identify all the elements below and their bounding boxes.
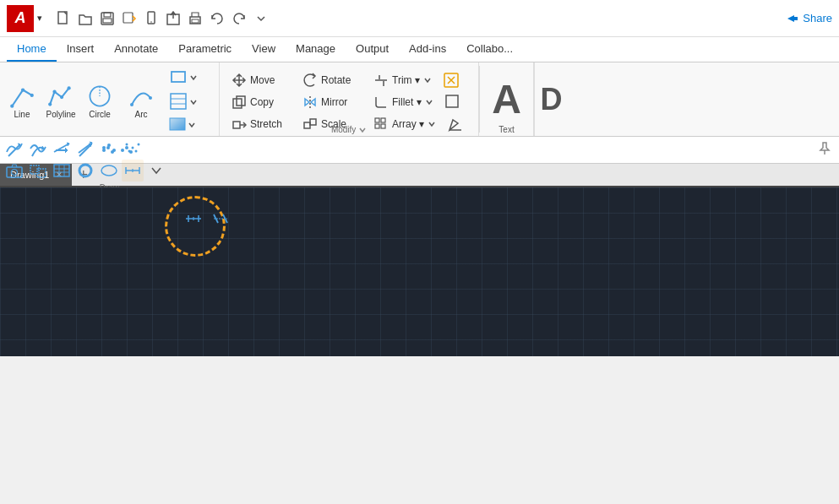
- svg-rect-42: [54, 165, 69, 176]
- open-file-icon[interactable]: [76, 9, 95, 28]
- print-icon[interactable]: [186, 9, 204, 28]
- svg-point-48: [101, 165, 117, 176]
- svg-point-18: [67, 86, 70, 89]
- svg-marker-62: [305, 99, 309, 106]
- svg-rect-38: [7, 167, 22, 177]
- line-button[interactable]: Line: [3, 81, 41, 121]
- svg-rect-4: [123, 13, 133, 23]
- svg-point-35: [138, 144, 140, 146]
- donut-button[interactable]: [74, 160, 96, 182]
- multipoint-button[interactable]: [122, 137, 144, 159]
- share-button[interactable]: Share: [786, 12, 832, 25]
- gradient-button[interactable]: [166, 115, 201, 135]
- more-tools-dropdown[interactable]: [145, 160, 167, 182]
- tab-collaborate[interactable]: Collabo...: [456, 37, 523, 62]
- camera-button[interactable]: [3, 160, 25, 182]
- dimension-icon: D: [541, 82, 563, 117]
- ray-button[interactable]: [74, 137, 96, 159]
- svg-point-33: [126, 144, 128, 146]
- svg-point-39: [12, 170, 18, 176]
- trim-extra-button[interactable]: [440, 69, 467, 91]
- xline-button[interactable]: [51, 137, 73, 159]
- tab-manage[interactable]: Manage: [286, 37, 346, 62]
- undo-icon[interactable]: [208, 9, 226, 28]
- chamfer-button[interactable]: [442, 91, 469, 113]
- svg-rect-9: [192, 19, 199, 23]
- svg-point-21: [130, 103, 133, 106]
- svg-point-13: [21, 88, 25, 91]
- svg-rect-24: [171, 94, 186, 109]
- modify-group: Move Rotate Trim ▾ Copy Mirro: [220, 62, 479, 136]
- drawing-area[interactable]: Measure Creates point objects or blocks …: [0, 187, 839, 356]
- svg-point-6: [150, 21, 152, 23]
- svg-rect-64: [446, 95, 458, 107]
- text-icon: A: [492, 79, 521, 120]
- new-file-icon[interactable]: [54, 9, 73, 28]
- app-menu-dropdown[interactable]: ▾: [37, 13, 42, 24]
- tab-home[interactable]: Home: [7, 37, 57, 62]
- svg-point-16: [52, 89, 56, 93]
- tab-output[interactable]: Output: [346, 37, 399, 62]
- svg-line-10: [12, 89, 23, 106]
- trim-button[interactable]: Trim ▾: [368, 71, 437, 89]
- svg-point-12: [10, 104, 14, 107]
- hatch-button[interactable]: [166, 90, 201, 114]
- text-group-label: Text: [498, 125, 514, 134]
- ribbon-tabs: Home Insert Annotate Parametric View Man…: [0, 37, 839, 62]
- svg-line-28: [54, 144, 69, 152]
- autocad-logo: A: [7, 5, 34, 32]
- svg-point-30: [102, 146, 106, 149]
- tab-insert[interactable]: Insert: [57, 37, 105, 62]
- arc-button[interactable]: Arc: [120, 81, 162, 121]
- svg-point-47: [79, 165, 91, 176]
- mobile-icon[interactable]: [142, 9, 161, 28]
- svg-point-36: [128, 150, 131, 153]
- save-as-icon[interactable]: [120, 9, 139, 28]
- svg-rect-59: [233, 99, 242, 108]
- redo-icon[interactable]: [230, 9, 248, 28]
- copy-button[interactable]: Copy: [226, 93, 294, 111]
- grid-overlay: [0, 187, 839, 356]
- modify-group-label: Modify: [220, 125, 478, 134]
- splinefit-button[interactable]: [27, 137, 49, 159]
- ellipse-button[interactable]: [98, 160, 120, 182]
- svg-point-14: [30, 93, 34, 96]
- ribbon-panel: Line Polyline: [0, 62, 839, 137]
- region-button[interactable]: [27, 160, 49, 182]
- spline-button[interactable]: [3, 137, 25, 159]
- svg-rect-69: [375, 118, 379, 122]
- point-button[interactable]: [98, 137, 120, 159]
- dimension-group[interactable]: D: [534, 62, 568, 136]
- svg-rect-27: [170, 118, 185, 130]
- tab-parametric[interactable]: Parametric: [168, 37, 242, 62]
- publish-icon[interactable]: [164, 9, 183, 28]
- svg-rect-3: [103, 19, 112, 23]
- svg-line-29: [79, 143, 92, 153]
- svg-marker-63: [311, 99, 315, 106]
- svg-point-37: [135, 150, 138, 153]
- text-group[interactable]: A Text: [480, 62, 534, 136]
- svg-point-22: [149, 96, 152, 100]
- pin-icon[interactable]: [817, 141, 832, 160]
- svg-point-17: [60, 95, 63, 98]
- table-button[interactable]: [51, 160, 73, 182]
- title-bar: A ▾ Share: [0, 0, 839, 37]
- save-icon[interactable]: [98, 9, 117, 28]
- svg-point-15: [48, 102, 52, 106]
- polyline-button[interactable]: Polyline: [42, 81, 79, 121]
- rectangle-button[interactable]: [166, 66, 201, 89]
- svg-rect-23: [172, 72, 185, 82]
- tab-view[interactable]: View: [242, 37, 286, 62]
- measure-button[interactable]: [122, 160, 144, 182]
- rotate-button[interactable]: Rotate: [297, 71, 365, 89]
- tab-addins[interactable]: Add-ins: [399, 37, 456, 62]
- mirror-button[interactable]: Mirror: [297, 93, 365, 111]
- svg-point-32: [112, 149, 116, 152]
- move-button[interactable]: Move: [226, 71, 294, 89]
- workspace-dropdown-icon[interactable]: [252, 9, 270, 28]
- fillet-button[interactable]: Fillet ▾: [368, 93, 439, 111]
- svg-rect-70: [381, 118, 385, 122]
- svg-rect-60: [237, 96, 245, 106]
- circle-button[interactable]: Circle: [81, 81, 118, 121]
- tab-annotate[interactable]: Annotate: [104, 37, 168, 62]
